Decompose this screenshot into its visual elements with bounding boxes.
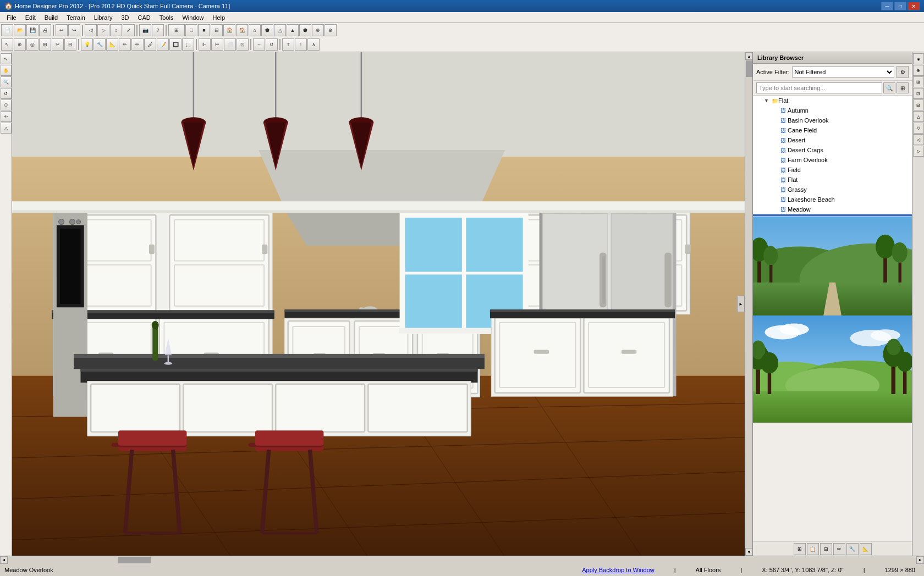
library-tree[interactable]: ▼ 📁 Flat 🖼 Autumn 🖼 Basin (753, 96, 912, 217)
ri-btn-8[interactable]: ◁ (913, 134, 924, 145)
maximize-button[interactable]: □ (894, 2, 906, 10)
search-input[interactable] (756, 82, 882, 93)
tb2-btn3[interactable]: ⊞ (39, 38, 51, 51)
tree-item-meadow[interactable]: 🖼 Meadow (753, 204, 912, 214)
tree-item-farm-overlook[interactable]: 🖼 Farm Overlook (753, 155, 912, 165)
tree-item-basin-overlook[interactable]: 🖼 Basin Overlook (753, 115, 912, 125)
scroll-up-arrow[interactable]: ▲ (745, 52, 753, 60)
tb2-text[interactable]: T (282, 38, 294, 51)
tb-view1[interactable]: ⊞ (168, 24, 185, 36)
select-tool[interactable]: ↖ (1, 38, 13, 51)
tree-item-cane-field[interactable]: 🖼 Cane Field (753, 125, 912, 135)
lib-btn-1[interactable]: ⊞ (794, 543, 806, 555)
tb2-btn9[interactable]: ✏ (131, 38, 144, 51)
ri-btn-5[interactable]: ⊟ (913, 99, 924, 110)
tb-btn-3[interactable]: ◁ (85, 24, 97, 36)
lt-walk[interactable]: ⚇ (1, 99, 12, 110)
lt-orbit[interactable]: ↺ (1, 88, 12, 99)
lt-fly[interactable]: △ (1, 123, 12, 134)
tb2-move[interactable]: ↔ (253, 38, 265, 51)
lt-pan[interactable]: ☩ (1, 111, 12, 122)
tb-view9[interactable]: △ (274, 24, 286, 36)
search-button[interactable]: 🔍 (883, 82, 895, 93)
tb-view3[interactable]: ■ (198, 24, 210, 36)
tb2-btn5[interactable]: ⊟ (64, 38, 76, 51)
ri-btn-9[interactable]: ▷ (913, 146, 924, 157)
filter-dropdown[interactable]: Not Filtered (792, 67, 894, 77)
tree-item-flat[interactable]: 🖼 Flat (753, 175, 912, 185)
tb-view7[interactable]: ⌂ (249, 24, 261, 36)
tb-btn-4[interactable]: ▷ (97, 24, 109, 36)
tb-btn-6[interactable]: ⤢ (123, 24, 135, 36)
filter-options-button[interactable]: ⚙ (897, 66, 909, 78)
scroll-thumb[interactable] (746, 60, 752, 77)
tb2-btn10[interactable]: 🖊 (144, 38, 156, 51)
scroll-track[interactable] (745, 60, 752, 548)
tb2-btn7[interactable]: 📐 (106, 38, 118, 51)
ri-btn-3[interactable]: ⊞ (913, 76, 924, 87)
h-scroll-track[interactable] (8, 556, 916, 564)
tb2-btn13[interactable]: ⬚ (182, 38, 194, 51)
viewport-scroll-right[interactable]: ► (737, 296, 745, 312)
menu-edit[interactable]: Edit (21, 13, 40, 22)
menu-help[interactable]: Help (208, 13, 230, 22)
tb-view10[interactable]: ▲ (287, 24, 299, 36)
tb2-btn15[interactable]: ⊡ (237, 38, 249, 51)
tree-item-field[interactable]: 🖼 Field (753, 165, 912, 175)
menu-terrain[interactable]: Terrain (62, 13, 90, 22)
viewport[interactable]: ► (12, 52, 745, 556)
tree-item-lakeshore-beach[interactable]: 🖼 Lakeshore Beach (753, 195, 912, 204)
preview-image-1[interactable] (753, 217, 912, 315)
tb-btn-5[interactable]: ↕ (110, 24, 122, 36)
h-scroll-thumb[interactable] (118, 557, 151, 563)
tb-camera[interactable]: 📷 (139, 24, 151, 36)
tb-view5[interactable]: 🏠 (223, 24, 235, 36)
apply-backdrop-button[interactable]: Apply Backdrop to Window (582, 567, 654, 573)
tb2-light[interactable]: 💡 (81, 38, 93, 51)
tb2-btn2[interactable]: ◎ (26, 38, 38, 51)
ri-btn-7[interactable]: ▽ (913, 123, 924, 134)
tb2-btn14[interactable]: ⬜ (224, 38, 236, 51)
tree-item-desert[interactable]: 🖼 Desert (753, 135, 912, 145)
new-button[interactable]: 📄 (1, 24, 13, 36)
undo-button[interactable]: ↩ (56, 24, 68, 36)
tb2-btn8[interactable]: ✏ (119, 38, 131, 51)
tb-view13[interactable]: ⊕ (324, 24, 337, 36)
tb2-arrow[interactable]: ↑ (295, 38, 307, 51)
lib-btn-2[interactable]: 📋 (807, 543, 819, 555)
lib-btn-5[interactable]: 🔧 (846, 543, 859, 555)
tb2-caret[interactable]: ∧ (307, 38, 320, 51)
ri-btn-1[interactable]: ◈ (913, 53, 924, 64)
open-button[interactable]: 📂 (14, 24, 26, 36)
tb2-btn12[interactable]: 🔲 (169, 38, 182, 51)
scroll-right-arrow[interactable]: ► (916, 556, 924, 564)
search-options-button[interactable]: ⊞ (897, 82, 909, 93)
menu-3d[interactable]: 3D (117, 13, 133, 22)
tree-folder-flat[interactable]: ▼ 📁 Flat (753, 96, 912, 106)
preview-image-2[interactable] (753, 315, 912, 423)
print-button[interactable]: 🖨 (39, 24, 51, 36)
ri-btn-2[interactable]: ⊕ (913, 65, 924, 76)
lt-zoom[interactable]: 🔍 (1, 76, 12, 87)
ri-btn-4[interactable]: ⊡ (913, 88, 924, 99)
minimize-button[interactable]: ─ (881, 2, 893, 10)
tb2-btn4[interactable]: ✂ (52, 38, 64, 51)
tb-view8[interactable]: ⬟ (261, 24, 273, 36)
menu-build[interactable]: Build (40, 13, 62, 22)
scroll-down-arrow[interactable]: ▼ (745, 548, 753, 556)
tb-view12[interactable]: ⊕ (312, 24, 324, 36)
lib-btn-3[interactable]: ⊟ (820, 543, 832, 555)
tb-view6[interactable]: 🏠 (236, 24, 248, 36)
tb-view2[interactable]: □ (185, 24, 197, 36)
menu-tools[interactable]: Tools (155, 13, 178, 22)
lt-hand[interactable]: ✋ (1, 65, 12, 76)
close-button[interactable]: ✕ (908, 2, 920, 10)
tb-help[interactable]: ? (152, 24, 164, 36)
save-button[interactable]: 💾 (26, 24, 38, 36)
lt-select[interactable]: ↖ (1, 53, 12, 64)
tree-item-desert-crags[interactable]: 🖼 Desert Crags (753, 145, 912, 155)
tb2-btn1[interactable]: ⊕ (14, 38, 26, 51)
tb2-btn11[interactable]: 📝 (157, 38, 169, 51)
tb-view11[interactable]: ⬢ (299, 24, 311, 36)
scroll-left-arrow[interactable]: ◄ (0, 556, 8, 564)
